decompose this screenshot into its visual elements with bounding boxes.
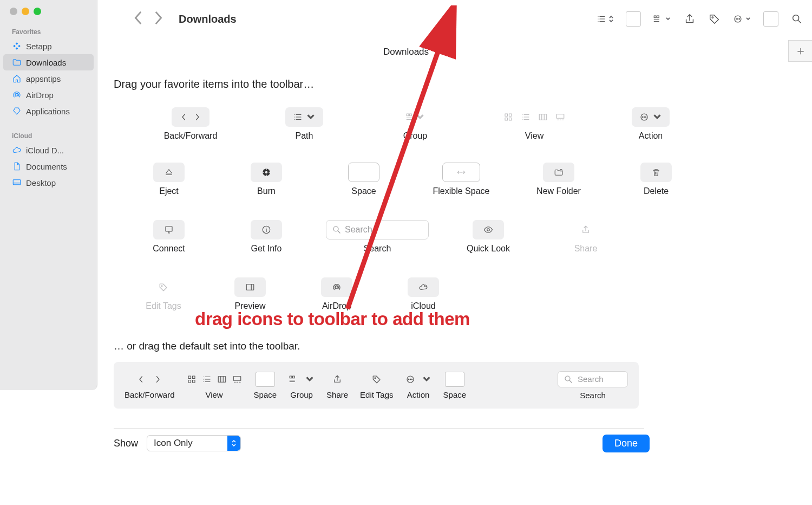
palette-item-connect[interactable]: Connect [120, 220, 218, 254]
palette-item-edit-tags[interactable]: Edit Tags [120, 277, 207, 311]
sidebar-item-applications[interactable]: Applications [0, 103, 97, 119]
back-button[interactable] [133, 10, 144, 28]
ds-space[interactable]: Space [254, 372, 277, 399]
ds-search[interactable]: SearchSearch [558, 371, 628, 400]
group-icon [405, 112, 415, 122]
sidebar-item-setapp[interactable]: Setapp [0, 38, 97, 54]
palette-item-back-forward[interactable]: Back/Forward [131, 107, 250, 141]
svg-rect-15 [509, 118, 512, 121]
close-window-button[interactable] [10, 8, 17, 15]
svg-rect-39 [233, 376, 241, 380]
new-tab-button[interactable]: ＋ [788, 40, 812, 62]
palette-item-delete[interactable]: Delete [607, 163, 705, 196]
toolbar-group-button[interactable] [653, 14, 671, 24]
sidebar-item-label: Downloads [26, 58, 66, 67]
svg-rect-38 [218, 376, 226, 382]
sidebar-item-icloud-drive[interactable]: iCloud D... [0, 142, 97, 158]
share-icon [684, 13, 696, 25]
svg-rect-17 [556, 114, 564, 119]
sidebar-item-documents[interactable]: Documents [0, 158, 97, 174]
done-button[interactable]: Done [603, 435, 650, 452]
palette-item-burn[interactable]: Burn [218, 163, 315, 196]
svg-point-8 [739, 18, 740, 20]
annotation-text: drag icons to toolbar to add them [195, 309, 470, 329]
updown-icon [608, 15, 614, 23]
chevron-right-icon [153, 374, 162, 384]
eye-icon [483, 225, 493, 235]
sidebar-item-label: Desktop [26, 178, 56, 187]
toolbar-space-placeholder[interactable] [626, 11, 641, 27]
burn-icon [261, 167, 271, 177]
sidebar: Favorites Setapp Downloads appsntips Air… [0, 0, 97, 390]
ds-action[interactable]: Action [405, 372, 431, 399]
palette-item-view[interactable]: View [472, 107, 597, 141]
svg-point-46 [411, 379, 412, 380]
palette-item-share[interactable]: Share [537, 220, 634, 254]
palette-item-get-info[interactable]: Get Info [218, 220, 315, 254]
svg-rect-12 [505, 114, 508, 116]
setapp-icon [12, 41, 22, 51]
show-select[interactable]: Icon Only [147, 435, 241, 451]
svg-rect-37 [192, 380, 195, 383]
window-controls [0, 0, 97, 15]
palette-item-search[interactable]: SearchSearch [315, 220, 440, 254]
sidebar-item-desktop[interactable]: Desktop [0, 174, 97, 191]
svg-rect-10 [407, 114, 409, 116]
eject-icon [164, 167, 174, 177]
search-icon [332, 225, 342, 235]
toolbar-search-button[interactable] [790, 13, 803, 25]
toolbar-action-button[interactable] [733, 14, 751, 24]
svg-point-31 [336, 286, 338, 289]
toolbar-share-button[interactable] [683, 13, 696, 25]
ds-view[interactable]: View [187, 372, 242, 399]
desktop-icon [12, 178, 22, 187]
chevron-down-icon [745, 17, 751, 21]
palette-item-group[interactable]: Group [358, 107, 472, 141]
palette-item-flexible-space[interactable]: Flexible Space [412, 163, 510, 196]
sidebar-item-label: Applications [26, 107, 70, 116]
default-toolbar-set[interactable]: Back/Forward View Space Group Share Edit… [114, 362, 639, 409]
svg-rect-3 [657, 16, 659, 18]
ds-share[interactable]: Share [326, 372, 348, 399]
toolbar-tags-button[interactable] [708, 13, 721, 25]
palette-item-quick-look[interactable]: Quick Look [440, 220, 537, 254]
sidebar-item-label: Setapp [26, 42, 52, 51]
palette-item-airdrop[interactable]: AirDrop [293, 277, 380, 311]
list-icon [293, 112, 303, 122]
ds-back-forward[interactable]: Back/Forward [125, 372, 175, 399]
toolbar-space-placeholder[interactable] [763, 11, 778, 27]
ds-group[interactable]: Group [289, 372, 315, 399]
svg-point-28 [487, 229, 490, 231]
ds-space[interactable]: Space [443, 372, 467, 399]
forward-button[interactable] [153, 10, 163, 28]
tag-icon [372, 374, 382, 384]
palette-item-path[interactable]: Path [250, 107, 358, 141]
svg-rect-14 [505, 118, 508, 121]
connect-icon [164, 225, 174, 235]
columns-view-icon [217, 374, 227, 384]
palette-item-eject[interactable]: Eject [120, 163, 218, 196]
ds-edit-tags[interactable]: Edit Tags [360, 372, 393, 399]
sidebar-item-downloads[interactable]: Downloads [3, 54, 94, 70]
toolbar-view-button[interactable] [597, 14, 614, 24]
tab-title: Downloads [383, 47, 429, 57]
palette-item-icloud[interactable]: iCloud [380, 277, 467, 311]
palette-item-new-folder[interactable]: New Folder [510, 163, 607, 196]
action-icon [639, 112, 649, 122]
action-icon [405, 374, 415, 384]
svg-point-27 [333, 226, 338, 231]
sidebar-item-airdrop[interactable]: AirDrop [0, 87, 97, 103]
svg-point-21 [645, 116, 646, 118]
minimize-window-button[interactable] [22, 8, 29, 15]
icloud-icon [418, 282, 428, 292]
palette-item-action[interactable]: Action [597, 107, 705, 141]
chevron-down-icon [305, 374, 315, 384]
sidebar-item-label: Documents [26, 162, 67, 171]
maximize-window-button[interactable] [34, 8, 41, 15]
sidebar-item-appsntips[interactable]: appsntips [0, 70, 97, 87]
svg-point-42 [375, 377, 376, 378]
house-icon [12, 74, 22, 83]
airdrop-icon [332, 282, 342, 292]
palette-item-space[interactable]: Space [315, 163, 412, 196]
palette-item-preview[interactable]: Preview [207, 277, 293, 311]
